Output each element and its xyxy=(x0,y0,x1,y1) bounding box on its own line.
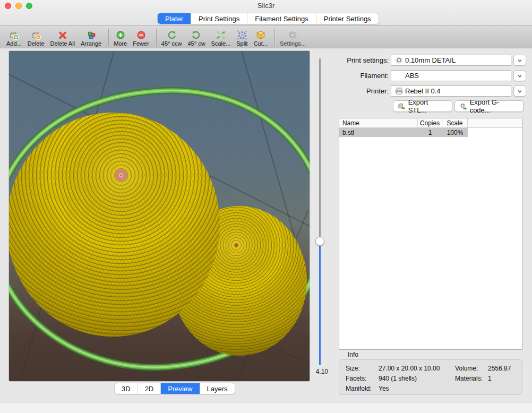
chevron-down-icon xyxy=(517,57,523,64)
view-tab-bar: 3D 2D Preview Layers xyxy=(114,383,235,394)
window-title: Slic3r xyxy=(0,2,532,10)
manifold-value: Yes xyxy=(379,385,389,392)
printer-value: Rebel II 0.4 xyxy=(405,87,441,95)
fewer-button[interactable]: Fewer xyxy=(133,27,149,47)
tab-print-settings[interactable]: Print Settings xyxy=(191,13,247,24)
filament-select[interactable]: ABS xyxy=(391,70,511,81)
manifold-label: Manifold: xyxy=(346,385,372,392)
layer-slider-thumb[interactable] xyxy=(315,237,324,246)
tab-printer-settings[interactable]: Printer Settings xyxy=(316,13,379,24)
scale-arrows-icon xyxy=(216,30,226,40)
plater-sidebar: Print settings: 0.10mm DETA xyxy=(329,51,527,396)
main-tab-bar: Plater Print Settings Filament Settings … xyxy=(157,13,379,24)
volume-value: 2556.87 xyxy=(488,365,511,372)
delete-all-x-icon xyxy=(58,30,67,40)
arrange-button[interactable]: Arrange xyxy=(81,27,101,47)
print-settings-label: Print settings: xyxy=(329,55,389,66)
column-header-copies[interactable]: Copies xyxy=(418,118,442,127)
rotate-cw-button[interactable]: 45° cw xyxy=(187,27,205,47)
printer-label: Printer: xyxy=(329,85,389,97)
size-value: 27.00 x 20.00 x 10.00 xyxy=(379,365,440,372)
export-stl-icon xyxy=(398,102,406,110)
3d-viewport[interactable] xyxy=(9,51,310,381)
object-list-header: Name Copies Scale xyxy=(339,118,522,128)
fewer-minus-icon xyxy=(136,30,146,40)
info-group: Size: 27.00 x 20.00 x 10.00 Volume: 2556… xyxy=(339,359,522,395)
split-button[interactable]: Split xyxy=(236,27,247,47)
printer-icon xyxy=(395,87,405,95)
delete-all-button[interactable]: Delete All xyxy=(50,27,75,47)
export-stl-button[interactable]: Export STL... xyxy=(393,100,452,112)
toolbar-separator xyxy=(156,29,157,46)
view-tab-2d[interactable]: 2D xyxy=(138,383,161,394)
layer-slider-track[interactable] xyxy=(319,58,321,238)
title-bar: Slic3r Plater Print Settings Filament Se… xyxy=(0,0,532,25)
split-dots-icon xyxy=(237,30,247,40)
delete-button[interactable]: Delete xyxy=(28,27,45,47)
size-label: Size: xyxy=(346,365,360,372)
cut-button[interactable]: Cut... xyxy=(254,27,268,47)
rotate-ccw-icon xyxy=(167,30,176,40)
settings-gear-icon xyxy=(288,30,297,40)
layer-slider-fill[interactable] xyxy=(319,245,321,365)
view-tab-preview[interactable]: Preview xyxy=(161,383,200,394)
object-list[interactable]: Name Copies Scale b.stl 1 100% xyxy=(339,118,522,350)
toolbar-separator xyxy=(274,29,275,46)
gear-icon xyxy=(395,56,405,64)
layer-slider-value: 4.10 xyxy=(310,368,328,375)
rotate-cw-icon xyxy=(192,30,201,40)
materials-value: 1 xyxy=(488,375,492,382)
materials-label: Materials: xyxy=(455,375,483,382)
add-button[interactable]: Add... xyxy=(6,27,22,47)
facets-value: 940 (1 shells) xyxy=(379,375,417,382)
cell-scale: 100% xyxy=(442,129,468,136)
facets-label: Facets: xyxy=(346,375,366,382)
toolbar: Add... Delete Delete All xyxy=(0,25,532,48)
info-group-title: Info xyxy=(348,351,358,358)
slic3r-window: Slic3r Plater Print Settings Filament Se… xyxy=(0,0,532,413)
column-header-scale[interactable]: Scale xyxy=(442,118,468,127)
view-tab-layers[interactable]: Layers xyxy=(200,383,235,394)
table-row[interactable]: b.stl 1 100% xyxy=(339,128,468,137)
printer-dropdown-button[interactable] xyxy=(513,85,526,97)
tab-filament-settings[interactable]: Filament Settings xyxy=(247,13,316,24)
status-strip xyxy=(0,402,532,413)
scale-button[interactable]: Scale... xyxy=(211,27,231,47)
filament-dropdown-button[interactable] xyxy=(513,70,526,81)
filament-value: ABS xyxy=(405,72,419,80)
cell-copies: 1 xyxy=(418,129,442,136)
more-button[interactable]: More xyxy=(114,27,127,47)
export-gcode-icon xyxy=(459,102,467,110)
add-box-icon xyxy=(9,30,19,40)
arrange-cubes-icon xyxy=(87,30,96,40)
delete-box-icon xyxy=(31,30,41,40)
print-settings-value: 0.10mm DETAIL xyxy=(405,56,456,64)
toolbar-separator xyxy=(108,29,109,46)
printer-select[interactable]: Rebel II 0.4 xyxy=(391,85,511,97)
chevron-down-icon xyxy=(517,73,523,79)
chevron-down-icon xyxy=(517,88,523,94)
volume-label: Volume: xyxy=(455,365,478,372)
export-gcode-button[interactable]: Export G-code... xyxy=(454,100,524,112)
column-header-blank xyxy=(468,118,522,127)
cut-box-icon xyxy=(256,30,265,40)
rotate-ccw-button[interactable]: 45° ccw xyxy=(161,27,182,47)
settings-button[interactable]: Settings... xyxy=(280,27,306,47)
cell-name: b.stl xyxy=(339,129,418,136)
tab-plater[interactable]: Plater xyxy=(158,13,191,24)
print-settings-select[interactable]: 0.10mm DETAIL xyxy=(391,55,511,66)
print-settings-dropdown-button[interactable] xyxy=(513,55,526,66)
filament-label: Filament: xyxy=(329,70,389,81)
more-plus-icon xyxy=(116,30,125,40)
column-header-name[interactable]: Name xyxy=(339,118,418,127)
view-tab-3d[interactable]: 3D xyxy=(115,383,138,394)
